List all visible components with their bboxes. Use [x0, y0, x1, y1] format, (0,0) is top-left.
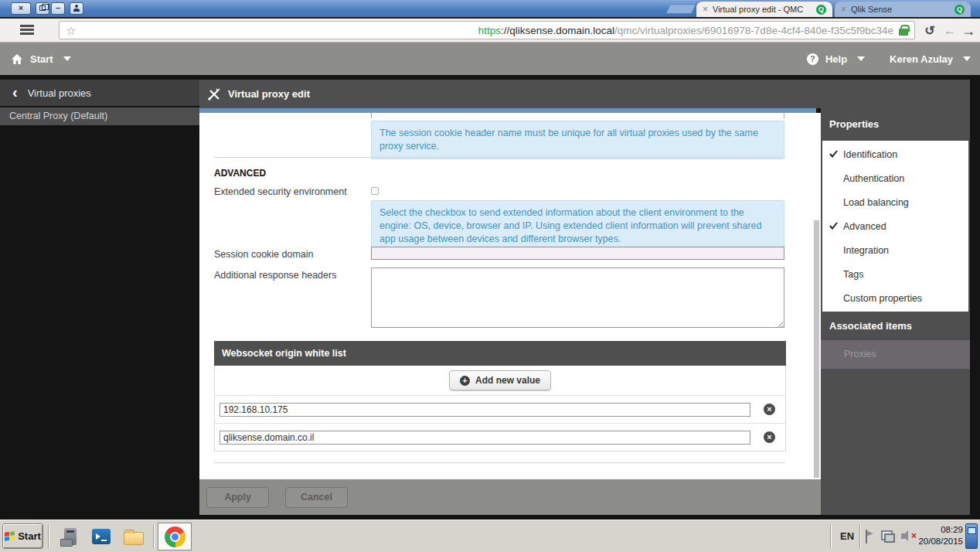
extended-security-checkbox[interactable]: [371, 187, 379, 195]
associated-item-proxies[interactable]: Proxies: [821, 340, 970, 369]
forward-button[interactable]: →: [960, 22, 977, 39]
clock-time: 08:29: [917, 524, 963, 536]
right-sidebar: Properties Identification Authentication…: [821, 80, 970, 515]
start-button[interactable]: Start: [2, 523, 43, 549]
language-indicator[interactable]: EN: [836, 526, 858, 547]
properties-item-label: Tags: [843, 269, 863, 280]
taskbar-divider: [48, 525, 49, 548]
chevron-down-icon[interactable]: [963, 56, 971, 61]
volume-muted-icon[interactable]: ×: [901, 530, 917, 543]
ssl-padlock-icon[interactable]: [899, 29, 908, 36]
server-manager-icon[interactable]: [57, 525, 83, 548]
divider: [214, 157, 785, 158]
properties-item-custom-properties[interactable]: Custom properties: [822, 286, 968, 310]
home-icon: [11, 53, 23, 65]
minimize-icon: –: [56, 3, 60, 12]
divider: [214, 462, 785, 463]
properties-item-label: Integration: [843, 245, 889, 256]
browser-toolbar: ☆ https://qliksense.domain.local/qmc/vir…: [0, 19, 980, 43]
properties-item-advanced[interactable]: Advanced: [822, 214, 968, 238]
tab-qlik-sense[interactable]: × Qlik Sense Q: [835, 2, 971, 17]
menu-icon[interactable]: [20, 25, 34, 36]
properties-item-authentication[interactable]: Authentication: [822, 166, 968, 190]
whitelist-value-input[interactable]: [219, 431, 750, 445]
url-bar[interactable]: ☆ https://qliksense.domain.local/qmc/vir…: [59, 21, 915, 39]
session-cookie-domain-input[interactable]: [371, 247, 784, 260]
window-user-button[interactable]: [70, 2, 83, 15]
window-restore-button[interactable]: [36, 2, 49, 15]
additional-response-headers-textarea[interactable]: [371, 267, 784, 328]
action-bar: Apply Cancel: [199, 479, 821, 515]
websocket-whitelist-title: Websocket origin white list: [214, 341, 786, 366]
properties-item-tags[interactable]: Tags: [822, 262, 968, 286]
new-tab-button[interactable]: [665, 4, 696, 14]
properties-item-identification[interactable]: Identification: [822, 142, 968, 166]
network-icon[interactable]: [881, 530, 895, 543]
show-desktop-button[interactable]: [965, 523, 978, 549]
whitelist-row: ×: [215, 423, 785, 451]
system-tray: ×: [866, 526, 917, 547]
cutoff-input-remnant[interactable]: [371, 113, 784, 118]
add-new-value-button[interactable]: + Add new value: [449, 370, 551, 390]
plus-icon: +: [460, 376, 470, 386]
delete-value-button[interactable]: ×: [764, 404, 775, 415]
check-icon: [829, 221, 843, 232]
check-icon: [829, 149, 843, 160]
properties-title: Properties: [821, 118, 879, 130]
properties-item-label: Identification: [843, 149, 897, 160]
qlik-favicon: Q: [954, 5, 965, 15]
properties-item-load-balancing[interactable]: Load balancing: [822, 190, 968, 214]
user-menu[interactable]: Keren Azulay: [890, 53, 953, 65]
url-scheme: https: [478, 25, 501, 36]
tab-virtual-proxy-edit[interactable]: × Virtual proxy edit - QMC Q: [696, 2, 832, 17]
advanced-section-heading: ADVANCED: [214, 168, 266, 179]
reload-button[interactable]: ↺: [921, 22, 938, 39]
qlik-favicon: Q: [816, 5, 826, 15]
bookmark-star-icon[interactable]: ☆: [66, 25, 76, 36]
sidebar-item-central-proxy[interactable]: Central Proxy (Default): [0, 107, 199, 125]
taskbar-divider: [153, 525, 155, 548]
left-sidebar: ‹ Virtual proxies Central Proxy (Default…: [0, 75, 199, 520]
chevron-down-icon[interactable]: [857, 56, 865, 61]
chevron-down-icon: [63, 56, 71, 61]
taskbar: Start EN × 08:29 20/08/2015: [0, 520, 980, 552]
chevron-left-icon: ‹: [12, 84, 18, 100]
delete-value-button[interactable]: ×: [764, 431, 775, 443]
properties-item-label: Load balancing: [843, 197, 909, 208]
extended-security-info: Select the checkbox to send extended inf…: [371, 200, 784, 252]
properties-item-label: Authentication: [843, 173, 904, 184]
tab-label: Virtual proxy edit - QMC: [713, 5, 812, 14]
file-explorer-icon[interactable]: [121, 525, 147, 548]
whitelist-row: ×: [215, 395, 785, 423]
action-center-flag-icon[interactable]: [866, 530, 875, 543]
whitelist-value-input[interactable]: [219, 403, 750, 417]
page-header: Virtual proxy edit: [199, 80, 821, 108]
reload-icon: ↺: [924, 24, 934, 37]
help-icon: ?: [807, 53, 818, 65]
properties-panel: Identification Authentication Load balan…: [822, 141, 968, 312]
chrome-icon: [165, 526, 185, 547]
back-button[interactable]: ←: [941, 22, 958, 39]
close-icon: ×: [19, 3, 23, 12]
start-button-label: Start: [18, 530, 41, 542]
window-minimize-button[interactable]: –: [51, 2, 65, 15]
taskbar-clock[interactable]: 08:29 20/08/2015: [917, 524, 963, 547]
chrome-taskbar-button[interactable]: [158, 523, 192, 550]
powershell-icon[interactable]: [88, 525, 114, 548]
vertical-scrollbar[interactable]: [814, 220, 819, 478]
close-icon[interactable]: ×: [841, 5, 846, 14]
apply-button[interactable]: Apply: [206, 487, 269, 508]
properties-item-label: Advanced: [843, 221, 886, 232]
restore-icon: [39, 5, 46, 11]
properties-item-integration[interactable]: Integration: [822, 238, 968, 262]
help-menu[interactable]: Help: [825, 53, 847, 65]
back-to-virtual-proxies[interactable]: ‹ Virtual proxies: [0, 80, 199, 106]
window-close-button[interactable]: ×: [11, 2, 31, 15]
form-content: The session cookie header name must be u…: [199, 113, 821, 479]
taskbar-divider: [830, 525, 832, 548]
close-icon[interactable]: ×: [703, 5, 708, 14]
start-menu-label: Start: [30, 53, 53, 65]
cancel-button[interactable]: Cancel: [285, 487, 348, 508]
start-menu[interactable]: Start: [11, 43, 71, 75]
websocket-whitelist-section: Websocket origin white list + Add new va…: [214, 341, 786, 451]
